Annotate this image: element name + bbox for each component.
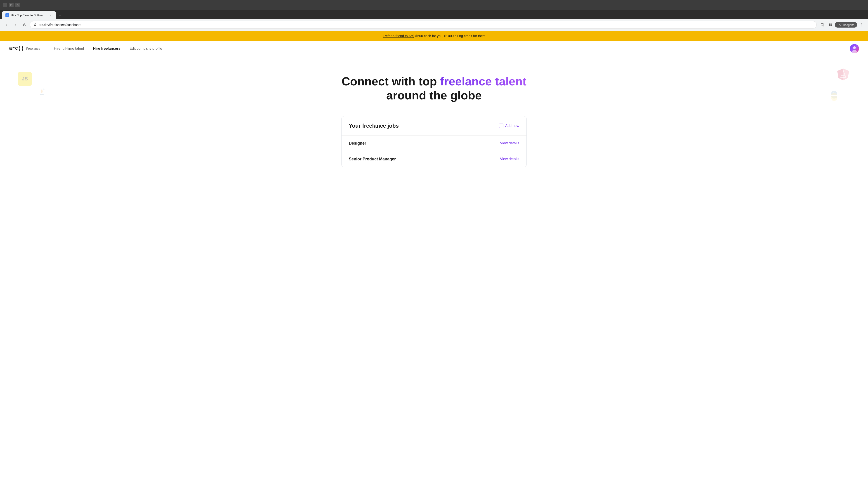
site-logo[interactable]: arc() Freelance (9, 46, 40, 51)
active-tab[interactable]: A Hire Top Remote Software Dev... × (2, 11, 56, 19)
back-button[interactable] (3, 21, 10, 29)
tab-close-button[interactable]: × (49, 13, 53, 17)
svg-rect-3 (829, 25, 830, 26)
banner-text: $500 cash for you, $1000 hiring credit f… (414, 34, 486, 38)
browser-toolbar: arc.dev/freelancers/dashboard Incognito (0, 19, 868, 31)
hero-title-end: around the globe (386, 89, 482, 102)
lock-icon (34, 23, 37, 26)
maximize-button[interactable]: □ (9, 3, 13, 7)
svg-rect-2 (831, 24, 832, 25)
svg-point-8 (862, 26, 862, 26)
job-name-spm: Senior Product Manager (349, 157, 396, 162)
tab-favicon: A (5, 13, 9, 17)
nav-hire-freelancers[interactable]: Hire freelancers (93, 46, 121, 51)
close-window-button[interactable]: ✕ (16, 3, 20, 7)
bookmark-button[interactable] (818, 21, 826, 29)
hero-title-highlight: freelance talent (440, 75, 526, 88)
jobs-section: Your freelance jobs Add new Designer Vie… (332, 116, 536, 181)
python-icon (827, 89, 841, 103)
arc-logo: arc() (9, 46, 24, 51)
new-tab-button[interactable]: + (57, 13, 63, 19)
hero-title-start: Connect with top (342, 75, 440, 88)
java-icon (36, 87, 48, 98)
referral-link[interactable]: [Refer a friend to Arc] (382, 34, 414, 38)
angular-icon (836, 68, 850, 81)
avatar-image (850, 44, 859, 53)
incognito-label: Incognito (842, 23, 855, 27)
plus-icon (499, 124, 503, 128)
window-controls: ─ □ ✕ (3, 3, 20, 7)
view-details-designer[interactable]: View details (500, 141, 519, 145)
nav-edit-company[interactable]: Edit company profile (129, 46, 162, 51)
tab-title: Hire Top Remote Software Dev... (11, 13, 47, 17)
promo-banner: [Refer a friend to Arc] $500 cash for yo… (0, 31, 868, 41)
job-name-designer: Designer (349, 141, 366, 146)
forward-button[interactable] (12, 21, 19, 29)
page-content: [Refer a friend to Arc] $500 cash for yo… (0, 31, 868, 181)
add-new-label: Add new (505, 124, 519, 128)
svg-rect-4 (831, 25, 832, 26)
incognito-icon (837, 23, 841, 27)
jobs-card: Your freelance jobs Add new Designer Vie… (341, 116, 527, 167)
address-bar[interactable]: arc.dev/freelancers/dashboard (30, 21, 817, 29)
hero-section: JS Connect with top freela (0, 56, 868, 116)
jobs-section-title: Your freelance jobs (349, 123, 399, 129)
svg-marker-13 (837, 68, 843, 80)
nav-links: Hire full-time talent Hire freelancers E… (54, 46, 850, 51)
svg-rect-1 (829, 24, 830, 25)
url-text: arc.dev/freelancers/dashboard (39, 23, 81, 27)
title-bar: ─ □ ✕ (0, 0, 868, 10)
hero-title: Connect with top freelance talent around… (332, 74, 536, 103)
logo-label: Freelance (26, 47, 40, 51)
tabs-bar: A Hire Top Remote Software Dev... × + (0, 10, 868, 19)
js-icon: JS (18, 72, 32, 86)
site-nav: arc() Freelance Hire full-time talent Hi… (0, 41, 868, 56)
svg-point-10 (853, 46, 856, 49)
more-menu-button[interactable] (858, 21, 865, 29)
job-row-spm: Senior Product Manager View details (342, 151, 526, 167)
browser-chrome: ─ □ ✕ A Hire Top Remote Software Dev... … (0, 0, 868, 31)
svg-rect-0 (34, 25, 36, 26)
avatar[interactable] (850, 44, 859, 53)
extensions-button[interactable] (827, 21, 834, 29)
nav-hire-fulltime[interactable]: Hire full-time talent (54, 46, 84, 51)
add-new-button[interactable]: Add new (499, 124, 519, 128)
jobs-header: Your freelance jobs Add new (342, 116, 526, 135)
svg-point-7 (862, 25, 862, 25)
svg-point-6 (862, 24, 862, 24)
incognito-badge[interactable]: Incognito (835, 22, 857, 28)
job-row-designer: Designer View details (342, 135, 526, 151)
toolbar-actions: Incognito (818, 21, 865, 29)
view-details-spm[interactable]: View details (500, 157, 519, 161)
minimize-button[interactable]: ─ (3, 3, 7, 7)
reload-button[interactable] (21, 21, 28, 29)
